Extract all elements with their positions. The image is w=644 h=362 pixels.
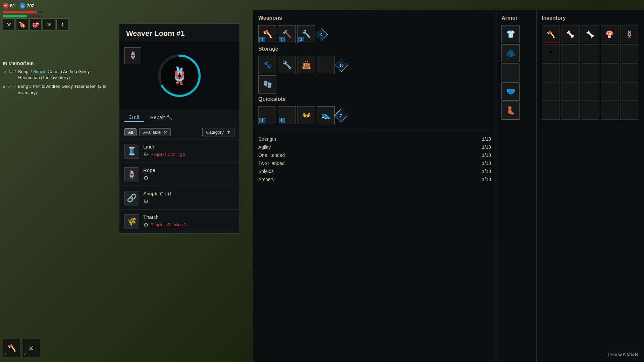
craft-tab[interactable]: Craft (124, 113, 144, 122)
rope-sub: ⚙ (143, 174, 234, 182)
water-value: 702 (27, 3, 35, 8)
armor-slot-hands[interactable] (501, 63, 520, 81)
hotbar-num-2: 2 (24, 352, 26, 356)
strength-value: 1/10 (482, 136, 491, 142)
preview-icon: 🪢 (169, 66, 190, 85)
inv-slot-5[interactable]: 🪢 (620, 25, 638, 43)
inv-slot-22[interactable] (561, 102, 580, 120)
thatch-sub: ⚙ Requires Farming 3 (143, 221, 234, 229)
inv-slot-4[interactable]: 🍄 (601, 25, 619, 43)
memoriam-item-2: ◆ 0 / 2 Bring 2 Pelt to Andrea Gilroy, H… (3, 83, 107, 96)
hotbar-slot-2[interactable]: ⚔ 2 (22, 339, 40, 357)
stamina-bar-fill (3, 15, 27, 17)
craft-item-simple-cord[interactable]: 🔗 Simple Cord ⚙ (119, 186, 239, 210)
storage-slot-3[interactable]: 👜 (297, 56, 315, 74)
simple-cord-name: Simple Cord (143, 191, 234, 196)
storage-slot-1[interactable]: 🐾 (258, 56, 276, 74)
skill-icon-3[interactable]: 🥩 (30, 18, 42, 31)
twohanded-value: 1/10 (482, 161, 491, 166)
craft-item-linen[interactable]: 🧵 Linen ⚙ Requires Crafting 2 (119, 139, 239, 163)
filter-all-btn[interactable]: All (124, 128, 137, 136)
water-stat: 💧 702 (19, 3, 35, 9)
inv-slot-8[interactable] (581, 44, 599, 62)
inv-slot-10[interactable] (620, 44, 638, 62)
inv-slot-24[interactable] (601, 102, 619, 120)
memoriam-arrow-1: ◁ (3, 69, 6, 75)
simple-cord-mat-icon: ⚙ (143, 198, 149, 205)
inv-slot-7[interactable] (561, 44, 580, 62)
quickslots-section: Quickslots 4 5 👐 👟 7 (258, 96, 491, 124)
inv-slot-15[interactable] (620, 63, 638, 81)
armor-slot-chest[interactable]: 🧥 (501, 44, 520, 62)
archery-label: Archery (258, 177, 274, 182)
inv-slot-18[interactable] (581, 82, 599, 101)
onehanded-label: One Handed (258, 153, 285, 158)
craft-repair-tabs: Craft Repair 🔨 (119, 109, 239, 125)
craft-item-rope[interactable]: 🪢 Rope ⚙ (119, 163, 239, 186)
storage-diamond-badge-col: 10 (337, 56, 346, 70)
inv-slot-16[interactable] (542, 82, 560, 101)
inv-slot-9[interactable] (601, 44, 619, 62)
right-panel: Weapons 🪓 1 🔨 2 🔧 3 0 (253, 10, 644, 362)
inv-slot-2[interactable]: 🦴 (561, 25, 580, 43)
quickslot-4[interactable]: 👟 (317, 106, 335, 124)
hotbar-slot-1[interactable]: 🪓 1 (3, 339, 21, 357)
armor-slot-head[interactable]: 👕 (501, 25, 520, 43)
inv-slot-25[interactable] (620, 102, 638, 120)
memoriam-title: In Memoriam (3, 60, 107, 66)
quickslots-row: 4 5 👐 👟 7 (258, 106, 491, 124)
linen-info: Linen ⚙ Requires Crafting 2 (143, 144, 234, 158)
memoriam-panel: In Memoriam ◁ 0 / 2 Bring 2 Simple Cord … (3, 60, 107, 99)
crafting-panel: Weaver Loom #1 🪢 🪢 Craft Repair 🔨 All Av… (119, 23, 240, 234)
skill-icon-2[interactable]: 🍖 (16, 18, 28, 31)
quickslot-2[interactable]: 5 (278, 106, 296, 124)
inv-slot-6[interactable]: 🗡 (542, 44, 560, 62)
weapons-diamond-badge: 0 (315, 28, 328, 41)
quickslot-1[interactable]: 4 (258, 106, 276, 124)
category-dropdown[interactable]: Category ▼ (202, 128, 234, 136)
memoriam-diamond-2: ◆ (3, 84, 5, 89)
inv-slot-17[interactable] (561, 82, 580, 101)
inv-slot-1[interactable]: 🪓 (542, 25, 560, 43)
inventory-grid: 🪓 🦴 🦴 🍄 🪢 🗡 (542, 25, 639, 120)
stat-row-shields: Shields 1/10 (258, 169, 491, 174)
quickslot-3[interactable]: 👐 (297, 106, 315, 124)
filter-available-btn[interactable]: Available ⚒ (139, 128, 170, 136)
inv-slot-3[interactable]: 🦴 (581, 25, 599, 43)
storage-row: 🐾 🔧 👜 🧤 10 (258, 56, 491, 94)
skill-icon-cold[interactable]: ❄ (43, 18, 55, 31)
rope-mat-icon: ⚙ (143, 174, 149, 182)
item-thumbnail: 🪢 (124, 47, 141, 64)
craft-list: 🧵 Linen ⚙ Requires Crafting 2 🪢 Rope ⚙ 🔗 (119, 139, 239, 233)
inv-slot-21[interactable] (542, 102, 560, 120)
inv-slot-14[interactable] (601, 63, 619, 81)
weapons-diamond-badge-col: 0 (317, 25, 326, 39)
weapon-slot-1[interactable]: 🪓 1 (258, 25, 276, 43)
stat-row-archery: Archery 1/10 (258, 177, 491, 182)
storage-slot-4[interactable] (317, 56, 335, 74)
available-icon: ⚒ (163, 130, 167, 135)
memoriam-text-2: Bring 2 Pelt to Andrea Gilroy, Haerndean… (18, 83, 107, 96)
repair-tab[interactable]: Repair 🔨 (146, 113, 176, 121)
inv-slot-12[interactable] (561, 63, 580, 81)
weapon-slot-2[interactable]: 🔨 2 (278, 25, 296, 43)
weapon-slot-3[interactable]: 🔧 3 (297, 25, 315, 43)
inv-slot-23[interactable] (581, 102, 599, 120)
storage-slot-2[interactable]: 🔧 (278, 56, 296, 74)
craft-item-thatch[interactable]: 🌾 Thatch ⚙ Requires Farming 3 (119, 210, 239, 233)
inventory-title: Inventory (542, 15, 639, 21)
inv-slot-19[interactable] (601, 82, 619, 101)
filter-row: All Available ⚒ Category ▼ (119, 125, 239, 139)
onehanded-value: 1/10 (482, 153, 491, 158)
storage-slot-5[interactable]: 🧤 (258, 75, 276, 94)
thatch-name: Thatch (143, 214, 234, 220)
skill-icon-misc[interactable]: ⚜ (56, 18, 68, 31)
armor-slot-feet[interactable]: 👢 (501, 102, 520, 120)
skill-icon-1[interactable]: ⚒ (3, 18, 15, 31)
inv-slot-13[interactable] (581, 63, 599, 81)
weapon-slot-3-badge: 3 (298, 37, 304, 42)
inv-slot-20[interactable] (620, 82, 638, 101)
health-bar (3, 11, 43, 13)
armor-slot-legs[interactable]: 🩲 (501, 82, 520, 101)
inv-slot-11[interactable] (542, 63, 560, 81)
